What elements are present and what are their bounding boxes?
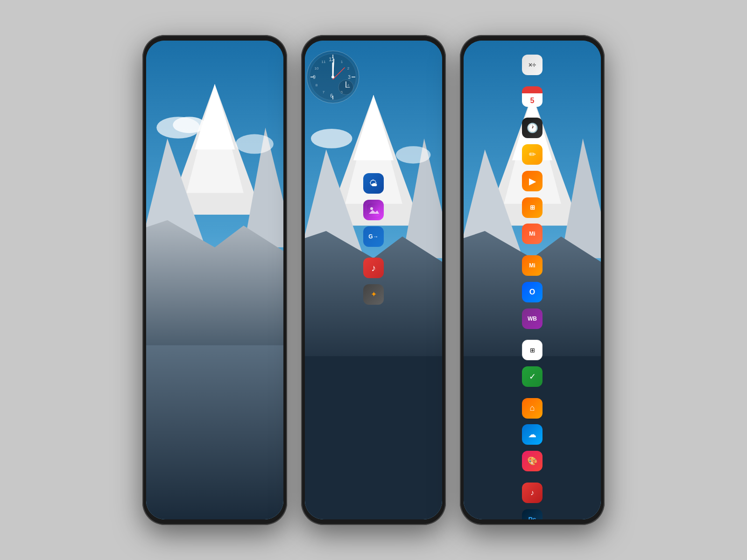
photoshop-icon: Ps [522,509,543,519]
themes-app-icon: ✦ [363,284,384,305]
svg-point-9 [235,134,274,154]
notes-icon: ✏ [522,144,543,165]
calendar-icon: 5 [522,86,543,107]
clock-icon: 🕐 [522,118,543,138]
mi-store-icon: Mi [522,255,543,276]
calculator-icon: ×÷ [522,55,543,75]
sberbank-icon: ✓ [522,366,543,387]
svg-text:7: 7 [323,90,325,94]
svg-point-8 [173,117,205,133]
mivideo-icon: ▶ [522,171,543,191]
disk-icon: ☁ [522,424,543,445]
miui-theme-icon: 🎨 [522,451,543,471]
svg-rect-46 [367,203,380,217]
weather-app-icon: 🌤 [363,173,384,194]
svg-text:9: 9 [313,75,316,80]
svg-text:1: 1 [341,60,343,64]
phone-3: 12:14 ✦ ▐▐▐ ▐▐▐ ◈ 45% ×÷ Калькул-ятор 5 … [460,35,605,525]
mihome-icon: ⌂ [522,398,543,419]
music-app-icon: ♪ [363,258,384,278]
miui-icon: ⊞ [522,197,543,218]
svg-text:6: 6 [330,93,333,98]
svg-text:2: 2 [347,66,350,70]
svg-point-42 [331,76,334,78]
ozon-icon: O [522,282,543,302]
svg-rect-10 [146,345,283,519]
svg-text:8: 8 [316,83,318,87]
phone-1: ✦ ▐▐▐ ▐▐▐ ◈ 45% МТС 🇷🇺 | МТС 🇷🇺 12:12 5.… [142,35,287,525]
gallery-app-icon [363,200,384,220]
svg-text:11: 11 [322,60,326,64]
phone-2: ✦ ▐▐▐ ▐▐▐ ◈ 45% 12 3 [301,35,446,525]
svg-point-47 [370,207,373,210]
svg-point-19 [311,129,352,148]
svg-text:3: 3 [348,75,351,80]
svg-text:10: 10 [315,66,319,70]
wb-icon: WB [522,308,543,329]
svg-point-20 [396,146,431,163]
xiaomi-service-icon: Mi [522,224,543,244]
clock-widget: 12 3 6 9 1 2 4 5 7 8 10 11 [305,49,366,110]
svg-rect-18 [305,356,442,519]
translator-app-icon: G→ [363,226,384,247]
yt-music-icon: ♪ [522,483,543,503]
google-icon: ⊞ [522,340,543,360]
